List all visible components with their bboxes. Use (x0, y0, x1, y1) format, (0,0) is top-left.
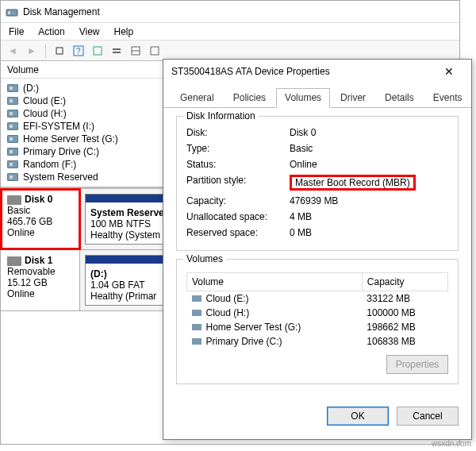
partition-system-reserved[interactable]: System Reserved 100 MB NTFS Healthy (Sys… (85, 194, 175, 245)
menu-view[interactable]: View (79, 26, 100, 37)
svg-rect-5 (94, 47, 102, 55)
action-icon[interactable] (108, 42, 125, 60)
svg-rect-7 (113, 52, 121, 53)
disk-0-label[interactable]: Disk 0 Basic 465.76 GB Online (1, 189, 80, 249)
svg-text:?: ? (76, 47, 81, 56)
volume-name: Home Server Test (G:) (206, 322, 301, 333)
disk-status: Online (7, 227, 35, 238)
tab-policies[interactable]: Policies (225, 88, 274, 107)
refresh-icon[interactable] (89, 42, 106, 60)
label-unallocated: Unallocated space: (186, 211, 290, 222)
col-volume[interactable]: Volume (187, 273, 363, 291)
value-reserved: 0 MB (290, 227, 312, 238)
value-capacity: 476939 MB (290, 195, 338, 206)
titlebar: Disk Management (1, 1, 459, 23)
dialog-title: ST3500418AS ATA Device Properties (171, 66, 435, 77)
disk-type: Basic (7, 205, 30, 216)
up-tree-icon[interactable] (51, 42, 68, 60)
close-icon[interactable]: ✕ (435, 62, 463, 81)
table-row[interactable]: Cloud (H:)100000 MB (187, 306, 448, 320)
label-capacity: Capacity: (186, 195, 290, 206)
volume-label: Cloud (H:) (23, 108, 67, 119)
table-row[interactable]: Primary Drive (C:)106838 MB (187, 334, 448, 349)
tab-events[interactable]: Events (424, 88, 471, 107)
disk-1-label[interactable]: Disk 1 Removable 15.12 GB Online (1, 250, 80, 310)
label-type: Type: (186, 143, 290, 154)
value-unallocated: 4 MB (290, 211, 312, 222)
volume-label: Cloud (E:) (23, 95, 66, 106)
volumes-table: Volume Capacity Cloud (E:)33122 MB Cloud… (186, 272, 448, 349)
list-icon[interactable] (127, 42, 144, 60)
disk-information-group: Disk Information Disk:Disk 0 Type:Basic … (176, 116, 459, 251)
partition-name: (D:) (90, 268, 107, 279)
volume-capacity: 33122 MB (362, 291, 447, 306)
label-partition-style: Partition style: (186, 175, 290, 191)
menu-file[interactable]: File (9, 26, 24, 37)
volume-capacity: 106838 MB (362, 334, 447, 349)
volume-icon (7, 173, 18, 181)
tab-volumes[interactable]: Volumes (276, 88, 330, 108)
volume-name: Primary Drive (C:) (206, 336, 282, 347)
volume-label: Primary Drive (C:) (23, 146, 99, 157)
properties-button[interactable]: Properties (386, 355, 448, 374)
table-row[interactable]: Cloud (E:)33122 MB (187, 291, 448, 306)
app-icon (6, 6, 18, 18)
tab-details[interactable]: Details (376, 88, 423, 107)
disk-name: Disk 0 (25, 194, 52, 205)
forward-icon[interactable]: ► (23, 42, 40, 60)
table-row[interactable]: Home Server Test (G:)198662 MB (187, 320, 448, 334)
value-status: Online (290, 159, 317, 170)
label-reserved: Reserved space: (186, 227, 290, 238)
value-partition-style: Master Boot Record (MBR) (290, 175, 416, 191)
volume-label: System Reserved (23, 172, 98, 183)
partition-stripe (86, 256, 171, 264)
volume-name: Cloud (H:) (206, 307, 250, 318)
col-capacity[interactable]: Capacity (362, 273, 447, 291)
menu-help[interactable]: Help (114, 26, 134, 37)
svg-rect-10 (151, 47, 159, 55)
value-type: Basic (290, 143, 313, 154)
tab-general[interactable]: General (171, 88, 223, 107)
volume-label: Random (F:) (23, 159, 76, 170)
volume-icon (192, 295, 202, 302)
partition-status: Healthy (Primar (90, 291, 156, 302)
cancel-button[interactable]: Cancel (397, 407, 459, 426)
volume-label: EFI-SYSTEM (I:) (23, 121, 94, 132)
volume-icon (7, 97, 18, 105)
menubar: File Action View Help (1, 23, 459, 40)
menu-action[interactable]: Action (38, 26, 64, 37)
partition-d[interactable]: (D:) 1.04 GB FAT Healthy (Primar (85, 255, 172, 306)
device-properties-dialog: ST3500418AS ATA Device Properties ✕ Gene… (163, 59, 472, 440)
disk-icon (7, 256, 21, 266)
volume-name: Cloud (E:) (206, 293, 249, 304)
disk-icon (7, 195, 21, 205)
partition-size: 100 MB NTFS (90, 218, 151, 229)
dialog-button-row: OK Cancel (163, 403, 471, 434)
volume-label: (D:) (23, 83, 39, 94)
toolbar-separator (45, 44, 46, 58)
partition-status: Healthy (System (90, 229, 160, 241)
partition-stripe (86, 195, 175, 202)
dialog-titlebar: ST3500418AS ATA Device Properties ✕ (163, 60, 471, 83)
volume-icon (7, 160, 18, 168)
volumes-group: Volumes Volume Capacity Cloud (E:)33122 … (176, 259, 459, 384)
group-legend: Disk Information (183, 110, 259, 121)
volume-label: Home Server Test (G:) (23, 133, 118, 145)
help-icon[interactable]: ? (70, 42, 87, 60)
volume-icon (7, 122, 18, 130)
tab-strip: General Policies Volumes Driver Details … (163, 83, 471, 108)
volume-capacity: 100000 MB (362, 306, 447, 320)
ok-button[interactable]: OK (327, 407, 389, 426)
partition-size: 1.04 GB FAT (90, 279, 144, 291)
group-legend: Volumes (183, 253, 226, 264)
svg-rect-2 (56, 48, 63, 54)
volume-capacity: 198662 MB (362, 320, 447, 334)
disk-size: 465.76 GB (7, 216, 52, 227)
back-icon[interactable]: ◄ (4, 42, 21, 60)
volume-icon (7, 148, 18, 156)
label-status: Status: (186, 159, 290, 170)
properties-icon[interactable] (146, 42, 163, 60)
tab-driver[interactable]: Driver (332, 88, 374, 107)
svg-rect-6 (113, 48, 121, 50)
volume-icon (192, 310, 202, 316)
